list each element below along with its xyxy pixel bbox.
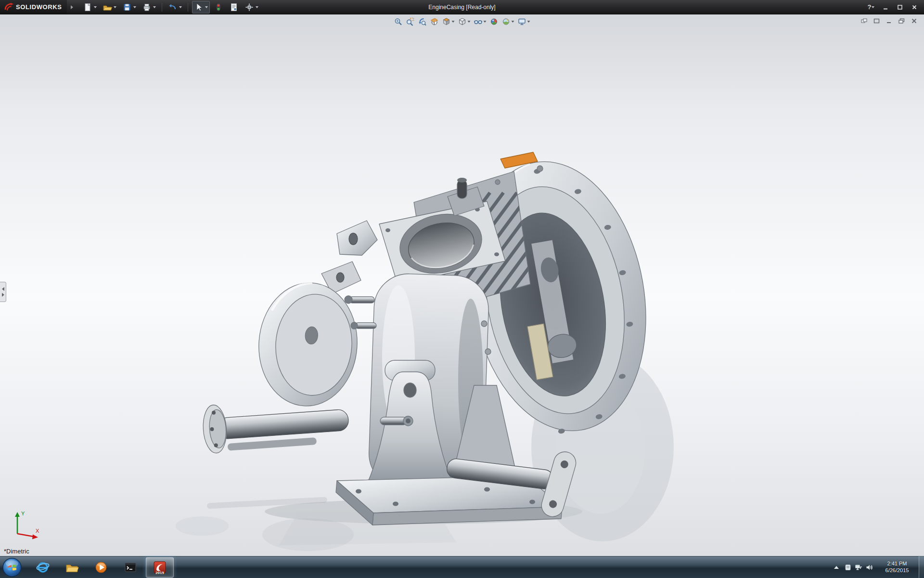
taskbar-item-windows-explorer[interactable] bbox=[58, 557, 86, 578]
options-button[interactable] bbox=[243, 1, 260, 13]
close-document-button[interactable] bbox=[910, 17, 918, 25]
file-properties-button[interactable] bbox=[227, 1, 241, 13]
chevron-down-icon bbox=[527, 21, 530, 23]
print-icon bbox=[142, 2, 152, 12]
zoom-to-fit-icon bbox=[394, 17, 403, 26]
start-button[interactable] bbox=[2, 557, 23, 578]
solidworks-window: SOLIDWORKS bbox=[0, 0, 924, 578]
chevron-down-icon bbox=[872, 6, 874, 8]
taskbar-item-internet-explorer[interactable] bbox=[29, 557, 57, 578]
edit-appearance-button[interactable] bbox=[489, 16, 500, 27]
view-orientation-button[interactable] bbox=[441, 16, 456, 27]
taskbar-clock[interactable]: 2:41 PM 6/26/2015 bbox=[879, 560, 915, 574]
view-settings-icon bbox=[518, 17, 526, 26]
command-prompt-icon bbox=[123, 560, 138, 575]
stud-bolt bbox=[345, 296, 374, 303]
taskbar-item-command-prompt[interactable] bbox=[116, 557, 144, 578]
file-properties-icon bbox=[229, 2, 239, 12]
menu-expand-icon[interactable] bbox=[71, 5, 73, 9]
minimize-document-icon bbox=[886, 18, 892, 24]
folder-icon bbox=[64, 560, 79, 575]
minimize-document-button[interactable] bbox=[885, 17, 893, 25]
show-desktop-button[interactable] bbox=[919, 556, 924, 578]
view-settings-button[interactable] bbox=[517, 16, 531, 27]
engine-casing-model[interactable] bbox=[0, 14, 924, 556]
display-style-button[interactable] bbox=[457, 16, 472, 27]
chevron-down-icon bbox=[133, 6, 136, 8]
stud-bolt bbox=[351, 322, 376, 329]
undo-icon bbox=[168, 2, 178, 12]
tile-windows-button[interactable] bbox=[860, 17, 868, 25]
network-icon bbox=[855, 564, 862, 571]
taskbar-item-solidworks[interactable]: 2015 bbox=[146, 557, 174, 578]
task-pane-collapse-tab[interactable] bbox=[0, 282, 6, 302]
close-document-icon bbox=[911, 18, 917, 24]
help-button[interactable]: ? bbox=[865, 2, 877, 12]
tile-windows-icon bbox=[861, 18, 867, 24]
left-shaft bbox=[202, 395, 350, 454]
titlebar: SOLIDWORKS bbox=[0, 0, 924, 14]
taskbar-item-media-player[interactable] bbox=[87, 557, 115, 578]
chevron-down-icon bbox=[205, 6, 208, 8]
toolbar-separator bbox=[188, 3, 188, 12]
select-button[interactable] bbox=[192, 1, 210, 13]
mounting-bracket-upper bbox=[337, 221, 377, 255]
maximize-button[interactable] bbox=[894, 2, 906, 12]
main-toolbar bbox=[81, 1, 260, 13]
save-button[interactable] bbox=[120, 1, 138, 13]
rebuild-button[interactable] bbox=[212, 1, 225, 13]
zoom-to-area-button[interactable] bbox=[405, 16, 416, 27]
media-player-icon bbox=[94, 560, 108, 575]
clock-time: 2:41 PM bbox=[879, 560, 915, 567]
previous-view-button[interactable] bbox=[417, 16, 428, 27]
solidworks-logo: SOLIDWORKS bbox=[0, 0, 67, 14]
select-cursor-icon bbox=[194, 2, 204, 12]
hide-show-items-button[interactable] bbox=[473, 16, 488, 27]
window-title: EngineCasing [Read-only] bbox=[428, 4, 495, 11]
shaft-stub bbox=[380, 416, 413, 426]
print-button[interactable] bbox=[140, 1, 158, 13]
apply-scene-icon bbox=[502, 17, 511, 26]
internet-explorer-icon bbox=[36, 560, 50, 575]
restore-document-button[interactable] bbox=[897, 17, 906, 25]
chevron-down-icon bbox=[468, 21, 471, 23]
section-view-button[interactable] bbox=[429, 16, 440, 27]
help-label: ? bbox=[868, 3, 872, 11]
minimize-button[interactable] bbox=[880, 2, 891, 12]
chevron-down-icon bbox=[153, 6, 156, 8]
maximize-icon bbox=[897, 4, 903, 10]
fullscreen-button[interactable] bbox=[872, 17, 881, 25]
solidworks-logo-icon bbox=[4, 2, 13, 12]
chevron-left-icon bbox=[2, 287, 4, 291]
show-hidden-icons-button[interactable] bbox=[832, 563, 841, 572]
graphics-area[interactable]: Y X *Dimetric bbox=[0, 14, 924, 556]
fullscreen-icon bbox=[873, 18, 880, 24]
view-orientation-label: *Dimetric bbox=[4, 548, 29, 555]
chevron-down-icon bbox=[256, 6, 258, 8]
new-document-button[interactable] bbox=[81, 1, 99, 13]
undo-button[interactable] bbox=[166, 1, 184, 13]
document-window-controls bbox=[860, 17, 918, 25]
chevron-down-icon bbox=[452, 21, 455, 23]
tray-application-icon[interactable] bbox=[843, 563, 853, 572]
save-icon bbox=[122, 2, 132, 12]
orientation-triad: Y X bbox=[8, 508, 43, 543]
chevron-right-icon bbox=[2, 293, 4, 297]
volume-button[interactable] bbox=[864, 563, 874, 572]
network-status-button[interactable] bbox=[854, 563, 863, 572]
chevron-down-icon bbox=[179, 6, 182, 8]
zoom-to-fit-button[interactable] bbox=[393, 16, 404, 27]
hide-show-glasses-icon bbox=[474, 17, 483, 26]
new-document-icon bbox=[83, 2, 92, 12]
titlebar-controls: ? bbox=[865, 2, 924, 12]
clock-date: 6/26/2015 bbox=[879, 567, 915, 574]
open-button[interactable] bbox=[101, 1, 118, 13]
chevron-down-icon bbox=[484, 21, 487, 23]
view-orientation-cube-icon bbox=[442, 17, 451, 26]
triad-y-label: Y bbox=[21, 511, 25, 516]
zoom-to-area-icon bbox=[406, 17, 415, 26]
close-button[interactable] bbox=[909, 2, 920, 12]
bolt-head bbox=[495, 180, 500, 184]
chevron-up-icon bbox=[834, 566, 839, 569]
apply-scene-button[interactable] bbox=[501, 16, 515, 27]
